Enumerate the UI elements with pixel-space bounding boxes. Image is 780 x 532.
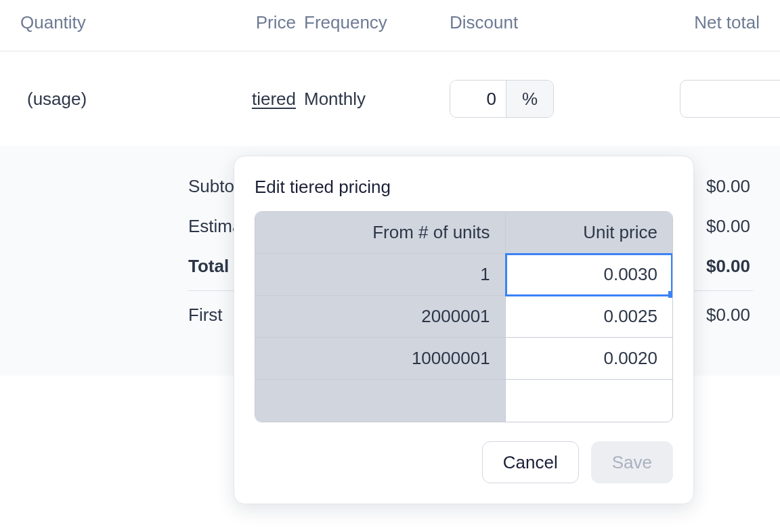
tier-from-cell[interactable]: [255, 380, 506, 422]
net-total-input[interactable]: [680, 80, 780, 118]
summary-subtotal-label: Subtotal: [27, 176, 253, 197]
save-button[interactable]: Save: [591, 441, 673, 483]
tier-from-input[interactable]: [270, 254, 490, 295]
tier-price-input[interactable]: [521, 254, 657, 295]
pricing-table-header: Quantity Price Frequency Discount Net to…: [0, 0, 780, 51]
tier-row: [255, 296, 672, 338]
tier-price-input[interactable]: [521, 380, 657, 422]
tier-price-cell[interactable]: [506, 338, 672, 380]
line-item-frequency: Monthly: [304, 89, 450, 110]
tier-price-input[interactable]: [521, 296, 657, 337]
discount-input[interactable]: [450, 81, 506, 117]
summary-estimated-value: $0.00: [706, 216, 753, 237]
edit-tiered-pricing-popover: Edit tiered pricing From # of units Unit…: [234, 156, 694, 504]
summary-subtotal-value: $0.00: [706, 176, 753, 197]
tier-from-input[interactable]: [270, 296, 490, 337]
tier-price-cell[interactable]: [506, 254, 672, 296]
header-frequency: Frequency: [304, 12, 450, 33]
header-price: Price: [240, 12, 304, 33]
summary-estimated-label: Estimated: [27, 216, 267, 237]
summary-total-value: $0.00: [706, 256, 753, 277]
tier-from-cell[interactable]: [255, 338, 506, 380]
tier-header-from: From # of units: [255, 212, 506, 254]
tier-header-price: Unit price: [506, 212, 672, 254]
tier-row: [255, 338, 672, 380]
line-item-row: (usage) tiered Monthly %: [0, 51, 780, 146]
tier-row: [255, 380, 672, 422]
discount-input-group: %: [450, 80, 554, 118]
summary-total-label: Total: [27, 256, 229, 277]
tier-from-input[interactable]: [270, 338, 490, 379]
tiered-pricing-link[interactable]: tiered: [252, 89, 296, 109]
tier-price-cell[interactable]: [506, 296, 672, 338]
tier-price-input[interactable]: [521, 338, 657, 379]
tier-from-cell[interactable]: [255, 296, 506, 338]
header-quantity: Quantity: [20, 12, 240, 33]
tier-price-cell[interactable]: [506, 380, 672, 422]
summary-first-value: $0.00: [706, 305, 753, 326]
summary-first-label: First: [27, 305, 223, 326]
discount-unit-toggle[interactable]: %: [506, 81, 553, 117]
tier-from-input[interactable]: [270, 380, 490, 422]
tier-table-header: From # of units Unit price: [255, 212, 672, 254]
header-net-total: Net total: [680, 12, 760, 33]
popover-title: Edit tiered pricing: [255, 177, 673, 198]
cancel-button[interactable]: Cancel: [482, 441, 579, 483]
tier-row: [255, 254, 672, 296]
popover-actions: Cancel Save: [255, 441, 673, 483]
line-item-quantity: (usage): [20, 89, 240, 110]
header-discount: Discount: [450, 12, 680, 33]
tier-from-cell[interactable]: [255, 254, 506, 296]
tiered-pricing-table: From # of units Unit price: [255, 211, 673, 422]
